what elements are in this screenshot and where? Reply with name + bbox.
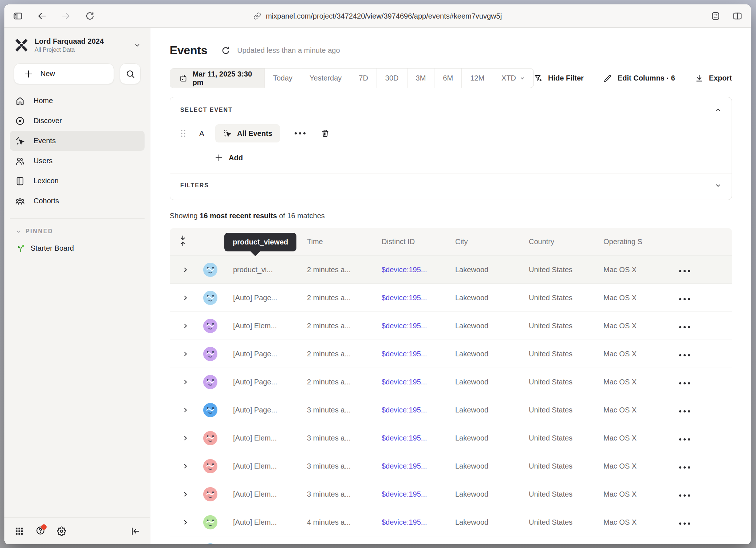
pinned-section-header[interactable]: PINNED xyxy=(4,226,150,238)
row-more-button[interactable] xyxy=(669,378,732,386)
column-header-country[interactable]: Country xyxy=(529,238,603,246)
query-builder-card: SELECT EVENT A xyxy=(170,97,732,200)
row-expand-chevron-icon[interactable] xyxy=(182,323,196,329)
sidebar-item-discover[interactable]: Discover xyxy=(10,111,145,131)
sidebar-item-events[interactable]: Events xyxy=(10,131,145,151)
filters-section: FILTERS xyxy=(170,173,732,200)
table-row[interactable]: [Auto] Elem... 3 minutes a... $device:19… xyxy=(170,424,732,452)
distinct-id-link[interactable]: $device:195... xyxy=(382,266,455,274)
settings-gear-icon[interactable] xyxy=(57,527,66,536)
sidebar-divider xyxy=(10,218,145,219)
row-expand-chevron-icon[interactable] xyxy=(182,351,196,357)
export-button[interactable]: Export xyxy=(695,74,732,83)
city-cell: Lakewood xyxy=(455,378,529,386)
collapse-rows-icon[interactable] xyxy=(179,235,187,246)
distinct-id-link[interactable]: $device:195... xyxy=(382,406,455,414)
sidebar-item-home[interactable]: Home xyxy=(10,91,145,111)
distinct-id-link[interactable]: $device:195... xyxy=(382,322,455,330)
range-7d[interactable]: 7D xyxy=(350,68,377,88)
column-header-time[interactable]: Time xyxy=(307,238,382,246)
sidebar-item-users[interactable]: Users xyxy=(10,151,145,171)
distinct-id-link[interactable]: $device:195... xyxy=(382,490,455,498)
range-6m[interactable]: 6M xyxy=(434,68,461,88)
help-button[interactable] xyxy=(36,526,45,537)
distinct-id-link[interactable]: $device:195... xyxy=(382,350,455,358)
row-more-button[interactable] xyxy=(669,350,732,358)
row-expand-chevron-icon[interactable] xyxy=(182,519,196,525)
table-row[interactable] xyxy=(170,536,732,544)
row-expand-chevron-icon[interactable] xyxy=(182,491,196,497)
drag-handle-icon[interactable] xyxy=(180,129,186,138)
distinct-id-link[interactable]: $device:195... xyxy=(382,518,455,527)
table-row[interactable]: [Auto] Page... 2 minutes a... $device:19… xyxy=(170,368,732,396)
events-cursor-icon xyxy=(223,129,232,138)
row-more-button[interactable] xyxy=(669,518,732,527)
row-expand-chevron-icon[interactable] xyxy=(182,435,196,441)
table-row[interactable]: [Auto] Page... 2 minutes a... $device:19… xyxy=(170,283,732,312)
all-events-chip[interactable]: All Events xyxy=(215,124,280,142)
os-cell: Mac OS X xyxy=(603,322,669,330)
forward-icon[interactable] xyxy=(61,11,71,21)
row-more-button[interactable] xyxy=(669,490,732,498)
date-picker-button[interactable]: Mar 11, 2025 3:30 pm xyxy=(170,68,264,88)
project-switcher[interactable]: Lord Farquaad 2024 All Project Data xyxy=(4,28,150,60)
range-xtd[interactable]: XTD xyxy=(493,68,533,88)
distinct-id-link[interactable]: $device:195... xyxy=(382,294,455,302)
table-row[interactable]: product_vi... 2 minutes a... $device:195… xyxy=(170,255,732,283)
apps-grid-icon[interactable] xyxy=(15,527,24,536)
range-yesterday[interactable]: Yesterday xyxy=(301,68,350,88)
table-row[interactable]: [Auto] Elem... 2 minutes a... $device:19… xyxy=(170,312,732,340)
event-name-cell: [Auto] Elem... xyxy=(219,462,307,470)
column-header-distinct-id[interactable]: Distinct ID xyxy=(382,238,455,246)
trash-icon[interactable] xyxy=(321,129,330,138)
time-cell: 2 minutes a... xyxy=(307,350,382,358)
hide-filter-button[interactable]: Hide Filter xyxy=(534,74,584,83)
table-row[interactable]: [Auto] Elem... 3 minutes a... $device:19… xyxy=(170,480,732,508)
sidebar-item-label: Discover xyxy=(34,117,62,125)
search-button[interactable] xyxy=(120,63,141,84)
distinct-id-link[interactable]: $device:195... xyxy=(382,462,455,470)
row-expand-chevron-icon[interactable] xyxy=(182,267,196,273)
table-row[interactable]: [Auto] Page... 2 minutes a... $device:19… xyxy=(170,340,732,368)
add-event-button[interactable]: Add xyxy=(214,153,243,162)
row-expand-chevron-icon[interactable] xyxy=(182,463,196,469)
row-more-button[interactable] xyxy=(669,294,732,302)
address-bar[interactable]: mixpanel.com/project/3472420/view/397469… xyxy=(253,12,502,20)
new-button[interactable]: New xyxy=(14,63,114,84)
table-row[interactable]: [Auto] Elem... 4 minutes a... $device:19… xyxy=(170,508,732,536)
range-3m[interactable]: 3M xyxy=(407,68,434,88)
split-view-icon[interactable] xyxy=(733,11,742,21)
reload-icon[interactable] xyxy=(85,11,95,21)
row-expand-chevron-icon[interactable] xyxy=(182,379,196,385)
back-icon[interactable] xyxy=(37,11,47,21)
range-today[interactable]: Today xyxy=(264,68,301,88)
row-expand-chevron-icon[interactable] xyxy=(182,295,196,301)
row-more-button[interactable] xyxy=(669,322,732,330)
column-header-os[interactable]: Operating S xyxy=(603,238,669,246)
table-row[interactable]: [Auto] Elem... 3 minutes a... $device:19… xyxy=(170,452,732,480)
range-12m[interactable]: 12M xyxy=(461,68,493,88)
sidebar-toggle-icon[interactable] xyxy=(13,11,23,21)
row-more-button[interactable] xyxy=(669,406,732,414)
expand-section-chevron-down-icon[interactable] xyxy=(715,182,721,189)
row-more-button[interactable] xyxy=(669,462,732,470)
row-more-button[interactable] xyxy=(669,266,732,274)
distinct-id-link[interactable]: $device:195... xyxy=(382,378,455,386)
row-expand-chevron-icon[interactable] xyxy=(182,407,196,413)
sidebar-item-starter-board[interactable]: Starter Board xyxy=(4,238,150,258)
event-row-more-button[interactable] xyxy=(295,132,306,134)
collapse-section-chevron-up-icon[interactable] xyxy=(715,107,721,113)
range-30d[interactable]: 30D xyxy=(377,68,407,88)
column-header-city[interactable]: City xyxy=(455,238,529,246)
city-cell: Lakewood xyxy=(455,350,529,358)
sidebar-item-label: Lexicon xyxy=(34,177,59,185)
sidebar-item-lexicon[interactable]: Lexicon xyxy=(10,171,145,191)
page-settings-icon[interactable] xyxy=(711,11,720,21)
table-row[interactable]: [Auto] Page... 3 minutes a... $device:19… xyxy=(170,396,732,424)
row-more-button[interactable] xyxy=(669,434,732,442)
distinct-id-link[interactable]: $device:195... xyxy=(382,434,455,442)
collapse-sidebar-icon[interactable] xyxy=(130,527,140,536)
edit-columns-button[interactable]: Edit Columns · 6 xyxy=(603,74,675,83)
sidebar-item-cohorts[interactable]: Cohorts xyxy=(10,191,145,211)
refresh-icon[interactable] xyxy=(221,46,231,55)
